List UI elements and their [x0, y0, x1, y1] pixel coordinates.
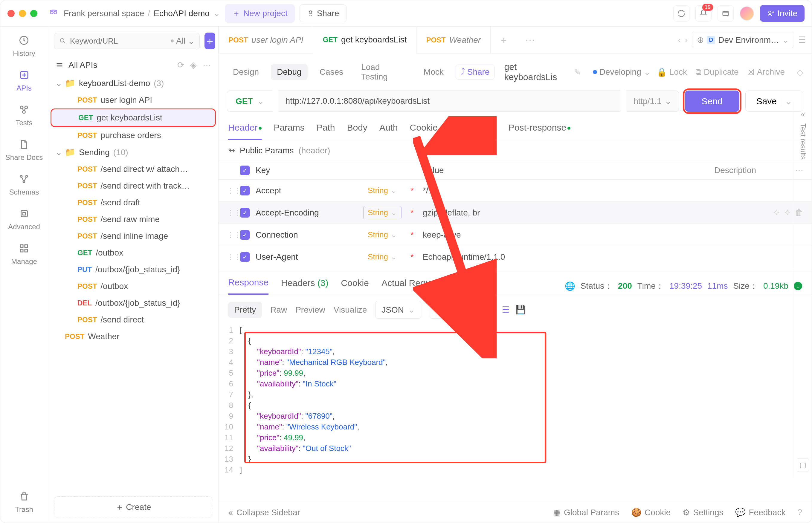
chevron-down-icon[interactable]: ⌄: [213, 8, 220, 18]
header-key[interactable]: Accept: [255, 186, 357, 196]
seg-debug[interactable]: Debug: [271, 64, 307, 80]
seg-mock[interactable]: Mock: [418, 64, 449, 80]
help-icon[interactable]: ?: [797, 507, 802, 517]
checkbox[interactable]: ✓: [240, 208, 250, 218]
nav-share-docs[interactable]: Share Docs: [5, 138, 43, 162]
resptab-response[interactable]: Response: [228, 277, 268, 295]
api-item[interactable]: POST/outbox: [51, 278, 216, 295]
api-item[interactable]: POST/send direct with track…: [51, 178, 216, 194]
bell-icon[interactable]: 19: [695, 5, 711, 21]
header-key[interactable]: Accept-Encoding: [255, 208, 357, 218]
create-button[interactable]: ＋ Create: [54, 497, 212, 518]
type-selector[interactable]: String ⌄: [363, 206, 402, 219]
checkbox[interactable]: ✓: [240, 186, 250, 196]
status-selector[interactable]: Developing ⌄: [593, 67, 651, 77]
checkbox-all[interactable]: ✓: [240, 166, 250, 175]
url-input[interactable]: http://127.0.0.1:8080/api/keyboardsList: [278, 91, 621, 112]
header-value[interactable]: keep-alive: [423, 230, 690, 240]
api-item[interactable]: POSTWeather: [51, 328, 216, 345]
checkbox[interactable]: ✓: [240, 252, 250, 262]
chevron-down-icon[interactable]: ⌄: [780, 96, 792, 106]
tab-more[interactable]: ⋯: [517, 34, 543, 46]
layout-icon[interactable]: ▢: [797, 458, 809, 472]
api-item[interactable]: POST/send direct w/ attach…: [51, 161, 216, 178]
resptab-actual[interactable]: Actual Request: [382, 278, 449, 294]
folder-item[interactable]: ⌄📁keyboardList-demo (3): [51, 75, 216, 92]
api-item[interactable]: POST/send direct: [51, 311, 216, 328]
format-icon[interactable]: ☰: [502, 305, 509, 315]
tab-next-icon[interactable]: ›: [685, 35, 688, 45]
add-button[interactable]: ＋: [205, 33, 215, 49]
archive-action[interactable]: ☒Archive: [747, 67, 785, 77]
drag-handle-icon[interactable]: ⋮⋮: [227, 186, 234, 195]
help-icon[interactable]: ◇: [797, 67, 803, 77]
footer-cookie[interactable]: 🍪Cookie: [631, 507, 671, 517]
send-button[interactable]: Send: [685, 91, 739, 112]
invite-button[interactable]: Invite: [760, 5, 805, 22]
table-row[interactable]: ⋮⋮ ✓ Accept String ⌄ * */*: [218, 180, 812, 202]
more-icon[interactable]: ⋯: [203, 60, 211, 70]
duplicate-action[interactable]: ⧉Duplicate: [695, 67, 739, 77]
checkbox[interactable]: ✓: [240, 230, 250, 240]
locate-icon[interactable]: ◈: [190, 60, 197, 70]
lock-action[interactable]: 🔒Lock: [656, 67, 687, 77]
tab-prev-icon[interactable]: ‹: [678, 35, 681, 45]
nav-tests[interactable]: Tests: [16, 103, 32, 127]
toolbar-share[interactable]: ⤴ Share: [456, 65, 495, 79]
menu-icon[interactable]: ☰: [798, 35, 806, 45]
tab-add[interactable]: ＋: [491, 34, 517, 47]
api-item[interactable]: POST/send raw mime: [51, 211, 216, 228]
footer-feedback[interactable]: 💬Feedback: [735, 507, 785, 517]
resptab-console[interactable]: Console: [462, 278, 494, 294]
reqtab-path[interactable]: Path: [317, 123, 335, 140]
header-key[interactable]: Connection: [255, 230, 357, 240]
api-item[interactable]: GETget keyboardsList: [51, 108, 216, 127]
api-item[interactable]: POST/send inline image: [51, 228, 216, 245]
nav-history[interactable]: History: [13, 34, 35, 58]
reqtab-pre[interactable]: Pre-request: [449, 123, 497, 140]
ai-icon[interactable]: ✧: [784, 208, 791, 218]
seg-design[interactable]: Design: [227, 64, 265, 80]
view-raw[interactable]: Raw: [270, 305, 287, 315]
api-item[interactable]: POST/send draft: [51, 194, 216, 211]
nav-trash[interactable]: Trash: [15, 490, 33, 514]
test-results-drawer[interactable]: « Test results ▢: [794, 101, 812, 478]
drag-handle-icon[interactable]: ⋮⋮: [227, 253, 234, 261]
encoding-selector[interactable]: UTF-8 ⌄: [430, 301, 477, 319]
window-controls[interactable]: [7, 10, 37, 17]
search-field[interactable]: [70, 36, 167, 46]
search-input[interactable]: All ⌄: [54, 33, 200, 49]
api-item[interactable]: POSTuser login API: [51, 92, 216, 108]
request-title[interactable]: get keyboardsLis: [504, 62, 568, 82]
view-preview[interactable]: Preview: [295, 305, 325, 315]
reqtab-params[interactable]: Params: [273, 123, 304, 140]
header-value[interactable]: */*: [423, 186, 690, 196]
sidebar-header[interactable]: All APIs ⟳ ◈ ⋯: [48, 55, 218, 75]
type-selector[interactable]: String ⌄: [363, 228, 402, 241]
footer-settings[interactable]: ⚙Settings: [683, 507, 723, 517]
api-item[interactable]: DEL/outbox/{job_status_id}: [51, 295, 216, 311]
refresh-icon[interactable]: ⟳: [177, 60, 184, 70]
reqtab-cookie[interactable]: Cookie: [410, 123, 438, 140]
type-selector[interactable]: String ⌄: [363, 184, 402, 197]
seg-cases[interactable]: Cases: [314, 64, 349, 80]
folder-item[interactable]: ⌄📁Sending (10): [51, 144, 216, 161]
avatar[interactable]: [740, 6, 754, 21]
api-item[interactable]: GET/outbox: [51, 245, 216, 261]
nav-advanced[interactable]: Advanced: [8, 207, 40, 231]
reqtab-body[interactable]: Body: [347, 123, 367, 140]
share-button[interactable]: ⇪ Share: [300, 4, 347, 22]
header-value[interactable]: EchoapiRuntime/1.1.0: [423, 252, 690, 262]
sync-icon[interactable]: [673, 5, 689, 21]
copy-icon[interactable]: ⧉: [490, 305, 496, 315]
reqtab-auth[interactable]: Auth: [379, 123, 398, 140]
table-row[interactable]: ⋮⋮ ✓ Connection String ⌄ * keep-alive: [218, 224, 812, 246]
method-selector[interactable]: GET ⌄: [227, 91, 272, 112]
table-row[interactable]: ⋮⋮ ✓ User-Agent String ⌄ * EchoapiRuntim…: [218, 246, 812, 268]
project-name[interactable]: EchoAPI demo: [154, 9, 210, 18]
view-visualize[interactable]: Visualize: [334, 305, 367, 315]
tab-user-login[interactable]: POST user login API: [218, 26, 313, 53]
table-row[interactable]: ⋮⋮ ✓ Accept-Encoding String ⌄ * gzip, de…: [218, 202, 812, 224]
seg-load[interactable]: Load Testing: [355, 59, 412, 85]
breadcrumb[interactable]: Frank personal space / EchoAPI demo ⌄: [64, 8, 220, 18]
